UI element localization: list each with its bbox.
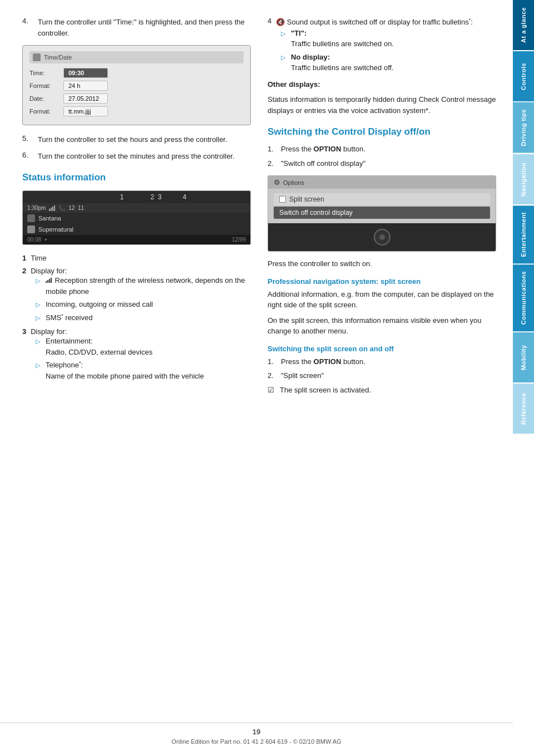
switching-step-2-num: 2. — [268, 370, 276, 381]
footer: 19 Online Edition for Part no. 01 41 2 6… — [0, 723, 513, 745]
right-step-4-no-text: No display:Traffic bulletins are switche… — [291, 52, 394, 73]
options-items: Split screen Switch off control display — [268, 189, 496, 223]
item-2-sub-1: ▷ Reception strength of the wireless net… — [36, 275, 251, 297]
signal-icon — [49, 205, 55, 211]
step-5-num: 5. — [22, 134, 33, 145]
music-album: Supernatural — [38, 226, 73, 233]
status-num-1: 1 — [120, 193, 124, 201]
control-step-2-num: 2. — [268, 158, 276, 169]
sidebar-tab-navigation[interactable]: Navigation — [513, 154, 534, 204]
control-step-2-text: "Switch off control display" — [281, 158, 365, 169]
left-column: 4. Turn the controller until "Time:" is … — [22, 17, 251, 397]
item-3-sub-2: ▷ Telephone*:Name of the mobile phone pa… — [36, 360, 251, 381]
clock-icon — [33, 53, 41, 61]
arrow-icon: ▷ — [36, 276, 42, 297]
status-num-23: 2 3 — [151, 193, 162, 201]
item-2-sub-1-text: Reception strength of the wireless netwo… — [46, 275, 251, 297]
arrow-icon-4: ▷ — [36, 337, 42, 357]
control-step-1-num: 1. — [268, 144, 276, 155]
checkmark-icon: ☑ — [268, 386, 276, 394]
screen-title: Time/Date — [44, 54, 72, 61]
screen-field-format1: Format: 24 h — [29, 81, 244, 91]
sidebar-tab-controls[interactable]: Controls — [513, 51, 534, 101]
step-6-text: Turn the controller to set the minutes a… — [38, 151, 235, 162]
option-switch-off-label: Switch off control display — [279, 209, 353, 217]
switching-step-1: 1. Press the OPTION button. — [268, 356, 496, 367]
item-2-label: Display for: — [31, 267, 67, 275]
item-3: 3 Display for: ▷ Entertainment:Radio, CD… — [22, 327, 251, 381]
options-title: Options — [283, 179, 304, 186]
split-screen-checkbox — [279, 196, 286, 203]
switching-step-1-num: 1. — [268, 356, 276, 367]
right-step-4: 4 🔇 Sound output is switched off or disp… — [268, 17, 496, 73]
music-icon-1 — [27, 214, 35, 222]
item-3-list: ▷ Entertainment:Radio, CD/DVD, external … — [36, 336, 251, 381]
time-date-screen: Time/Date Time: 09:30 Format: 24 h Date:… — [22, 45, 251, 125]
option-split-screen: Split screen — [274, 193, 490, 205]
check-text: The split screen is activated. — [280, 386, 371, 394]
music-icon-2 — [27, 225, 35, 233]
status-music-row-1: Santana — [23, 213, 250, 224]
field-time-value: 09:30 — [63, 68, 108, 78]
gear-icon: ⚙ — [274, 178, 280, 186]
field-format2-label: Format: — [29, 108, 60, 115]
control-step-1: 1. Press the OPTION button. — [268, 144, 496, 155]
switching-step-2-text: "Split screen" — [281, 370, 324, 381]
right-step-4-no: ▷ No display:Traffic bulletins are switc… — [281, 52, 496, 73]
screen-field-date: Date: 27.05.2012 — [29, 94, 244, 104]
sidebar: At a glance Controls Driving tips Naviga… — [513, 0, 534, 756]
control-step-1-text: Press the OPTION button. — [281, 144, 365, 155]
option-split-screen-label: Split screen — [289, 195, 324, 203]
item-2-sub-2-text: Incoming, outgoing or missed call — [46, 299, 153, 310]
options-screen: ⚙ Options Split screen Switch off contro… — [268, 175, 496, 252]
step-4-text: Turn the controller until "Time:" is hig… — [38, 17, 251, 38]
item-2-sub-3-text: SMS* received — [46, 312, 92, 323]
control-step-2: 2. "Switch off control display" — [268, 158, 496, 169]
options-screen-bottom — [268, 223, 496, 251]
status-numbers: 1 2 3 4 — [23, 191, 250, 203]
item-1-num: 1 — [22, 254, 26, 262]
status-phone-icon: 📞 — [58, 205, 65, 211]
section-status-heading: Status information — [22, 171, 251, 184]
step-5: 5. Turn the controller to set the hours … — [22, 134, 251, 145]
control-steps-list: 1. Press the OPTION button. 2. "Switch o… — [268, 144, 496, 169]
section-control-display: Switching the Control Display off/on — [268, 126, 496, 138]
sidebar-tab-driving-tips[interactable]: Driving tips — [513, 102, 534, 153]
subsection-switching: Switching the split screen on and off — [268, 345, 496, 353]
field-format1-label: Format: — [29, 82, 60, 89]
item-3-sub-2-text: Telephone*:Name of the mobile phone pair… — [46, 360, 204, 381]
field-format1-value: 24 h — [63, 81, 108, 91]
item-3-label: Display for: — [31, 327, 67, 336]
item-3-num: 3 — [22, 327, 26, 336]
status-time: 1:30pm — [27, 205, 46, 211]
field-time-label: Time: — [29, 70, 60, 76]
item-2-sub-3: ▷ SMS* received — [36, 312, 251, 323]
sidebar-tab-mobility[interactable]: Mobility — [513, 332, 534, 382]
right-step-4-text: 🔇 Sound output is switched off or displa… — [276, 17, 473, 28]
right-step-4-num: 4 — [268, 17, 271, 28]
sidebar-tab-at-a-glance[interactable]: At a glance — [513, 0, 534, 50]
check-line: ☑ The split screen is activated. — [268, 386, 496, 394]
item-3-sub-1: ▷ Entertainment:Radio, CD/DVD, external … — [36, 336, 251, 357]
item-2-num: 2 — [22, 267, 26, 275]
arrow-icon-no: ▷ — [281, 53, 288, 73]
main-content: 4. Turn the controller until "Time:" is … — [0, 0, 513, 414]
arrow-icon-ti: ▷ — [281, 29, 288, 50]
status-music-row-2: Supernatural — [23, 224, 250, 235]
sidebar-tab-entertainment[interactable]: Entertainment — [513, 205, 534, 263]
arrow-icon-2: ▷ — [36, 300, 42, 310]
sidebar-tab-reference[interactable]: Reference — [513, 384, 534, 434]
status-bottom: 00:08 + 12/99 — [23, 235, 250, 244]
status-num-4: 4 — [183, 193, 187, 201]
split-screen-p1: Additional information, e.g. from the co… — [268, 289, 496, 311]
section-split-screen: Professional navigation system: split sc… — [268, 277, 496, 286]
switching-step-1-text: Press the OPTION button. — [281, 356, 365, 367]
arrow-icon-3: ▷ — [36, 313, 42, 323]
status-time-elapsed: 00:08 + — [27, 237, 47, 243]
right-step-4-list: ▷ "TI":Traffic bulletins are switched on… — [281, 28, 496, 73]
page-number: 19 — [0, 728, 513, 736]
field-date-label: Date: — [29, 95, 60, 102]
sidebar-tab-communications[interactable]: Communications — [513, 264, 534, 331]
status-numbers-right: 12 11 — [68, 205, 84, 211]
other-displays-heading: Other displays: — [268, 79, 496, 90]
